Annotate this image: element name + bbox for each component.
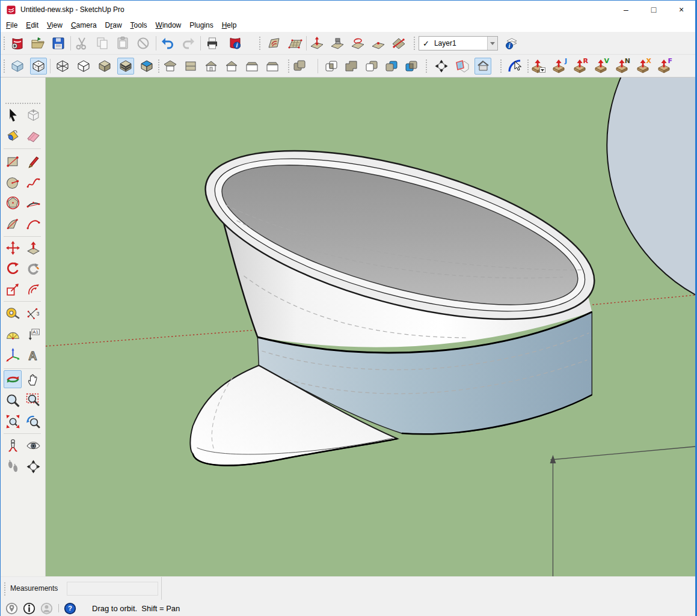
toolbar-grip[interactable] bbox=[414, 37, 416, 50]
section-plane-tool[interactable] bbox=[24, 457, 42, 475]
xray-button[interactable] bbox=[9, 58, 26, 75]
add-detail-button[interactable] bbox=[370, 35, 387, 52]
view-iso-button[interactable] bbox=[162, 58, 179, 75]
freehand-tool[interactable] bbox=[24, 173, 42, 191]
copy-button[interactable] bbox=[94, 35, 111, 52]
text-tool[interactable] bbox=[24, 325, 42, 343]
toolbar-grip[interactable] bbox=[158, 59, 161, 73]
view-front-button[interactable] bbox=[203, 58, 220, 75]
menu-draw[interactable]: Draw bbox=[101, 20, 126, 31]
line-tool[interactable] bbox=[24, 152, 42, 170]
new-button[interactable] bbox=[9, 35, 26, 52]
outer-shell-button[interactable] bbox=[291, 58, 308, 75]
toolbar-grip[interactable] bbox=[426, 59, 428, 73]
paint-bucket-tool[interactable] bbox=[4, 127, 22, 145]
view-right-button[interactable] bbox=[264, 58, 281, 75]
dimension-tool[interactable] bbox=[24, 304, 42, 322]
save-button[interactable] bbox=[50, 35, 67, 52]
upload-button-0[interactable] bbox=[529, 58, 546, 75]
maximize-button[interactable]: □ bbox=[640, 1, 668, 18]
make-component-tool[interactable] bbox=[24, 106, 42, 124]
offset-tool[interactable] bbox=[24, 281, 42, 299]
toolbar-grip[interactable] bbox=[259, 37, 262, 50]
minimize-button[interactable]: – bbox=[612, 1, 640, 18]
credits-icon[interactable] bbox=[23, 602, 35, 615]
upload-dropdown-button[interactable] bbox=[539, 67, 545, 73]
menu-edit[interactable]: Edit bbox=[22, 20, 43, 31]
menu-plugins[interactable]: Plugins bbox=[185, 20, 217, 31]
arc-plugin-button[interactable] bbox=[506, 58, 523, 75]
from-scratch-button[interactable] bbox=[287, 35, 304, 52]
pan-tool[interactable] bbox=[24, 370, 42, 388]
eraser-tool[interactable] bbox=[24, 127, 42, 145]
view-top-button[interactable] bbox=[182, 58, 199, 75]
scale-tool[interactable] bbox=[4, 281, 22, 299]
erase-button[interactable] bbox=[135, 35, 152, 52]
toolbar-grip[interactable] bbox=[500, 59, 503, 73]
upload-button-n[interactable]: N bbox=[613, 58, 630, 75]
trim-button[interactable] bbox=[383, 58, 400, 75]
select-tool[interactable] bbox=[4, 106, 22, 124]
shaded-with-textures-button[interactable] bbox=[117, 58, 134, 75]
position-camera-tool[interactable] bbox=[4, 436, 22, 454]
move-tool[interactable] bbox=[4, 239, 22, 257]
upload-button-j[interactable]: J bbox=[550, 58, 567, 75]
print-button[interactable] bbox=[204, 35, 221, 52]
menu-help[interactable]: Help bbox=[218, 20, 241, 31]
push-pull-tool[interactable] bbox=[24, 239, 42, 257]
view-back-button[interactable] bbox=[223, 58, 240, 75]
zoom-extents-tool[interactable] bbox=[4, 412, 22, 430]
model-info-button[interactable] bbox=[227, 35, 244, 52]
stamp-button[interactable] bbox=[329, 35, 346, 52]
upload-button-r[interactable]: R bbox=[571, 58, 588, 75]
cut-button[interactable] bbox=[73, 35, 90, 52]
split-button[interactable] bbox=[403, 58, 420, 75]
toolbar-grip[interactable] bbox=[5, 103, 40, 105]
3d-text-tool[interactable] bbox=[24, 346, 42, 364]
union-button[interactable] bbox=[343, 58, 360, 75]
menu-camera[interactable]: Camera bbox=[67, 20, 101, 31]
menu-tools[interactable]: Tools bbox=[126, 20, 152, 31]
monochrome-button[interactable] bbox=[138, 58, 155, 75]
back-edges-button[interactable] bbox=[30, 58, 47, 75]
view-left-button[interactable] bbox=[244, 58, 260, 75]
zoom-previous-tool[interactable] bbox=[24, 412, 42, 430]
undo-button[interactable] bbox=[159, 35, 176, 52]
toolbar-grip[interactable] bbox=[4, 59, 6, 73]
subtract-button[interactable] bbox=[363, 58, 380, 75]
two-point-arc-tool[interactable] bbox=[24, 215, 42, 233]
look-around-tool[interactable] bbox=[24, 436, 42, 454]
display-section-planes-button[interactable] bbox=[454, 58, 471, 75]
flip-edge-button[interactable] bbox=[390, 35, 407, 52]
help-icon[interactable] bbox=[64, 602, 76, 615]
measurements-input[interactable] bbox=[67, 582, 158, 596]
zoom-tool[interactable] bbox=[4, 391, 22, 409]
paste-button[interactable] bbox=[114, 35, 131, 52]
geolocation-icon[interactable] bbox=[5, 602, 18, 615]
upload-button-v[interactable]: V bbox=[592, 58, 609, 75]
redo-button[interactable] bbox=[180, 35, 197, 52]
menu-window[interactable]: Window bbox=[152, 20, 186, 31]
toolbar-grip[interactable] bbox=[4, 582, 7, 596]
menu-view[interactable]: View bbox=[43, 20, 67, 31]
axes-tool[interactable] bbox=[4, 346, 22, 364]
sign-in-icon[interactable] bbox=[40, 602, 53, 615]
protractor-tool[interactable] bbox=[4, 325, 22, 343]
upload-button-f[interactable]: F bbox=[656, 58, 672, 75]
hidden-line-button[interactable] bbox=[75, 58, 92, 75]
walk-tool[interactable] bbox=[4, 457, 22, 475]
drape-button[interactable] bbox=[349, 35, 366, 52]
orbit-tool[interactable] bbox=[4, 370, 22, 388]
zoom-window-tool[interactable] bbox=[24, 391, 42, 409]
toolbar-grip[interactable] bbox=[288, 59, 290, 73]
from-contours-button[interactable] bbox=[266, 35, 283, 52]
toolbar-grip[interactable] bbox=[4, 37, 6, 50]
wireframe-button[interactable] bbox=[54, 58, 71, 75]
model-canvas[interactable] bbox=[46, 78, 695, 576]
intersect-button[interactable] bbox=[323, 58, 340, 75]
rotate-tool[interactable] bbox=[4, 260, 22, 278]
smoove-button[interactable] bbox=[309, 35, 325, 52]
layer-dropdown-button[interactable] bbox=[487, 37, 497, 50]
tape-measure-tool[interactable] bbox=[4, 304, 22, 322]
rectangle-tool[interactable] bbox=[4, 152, 22, 170]
